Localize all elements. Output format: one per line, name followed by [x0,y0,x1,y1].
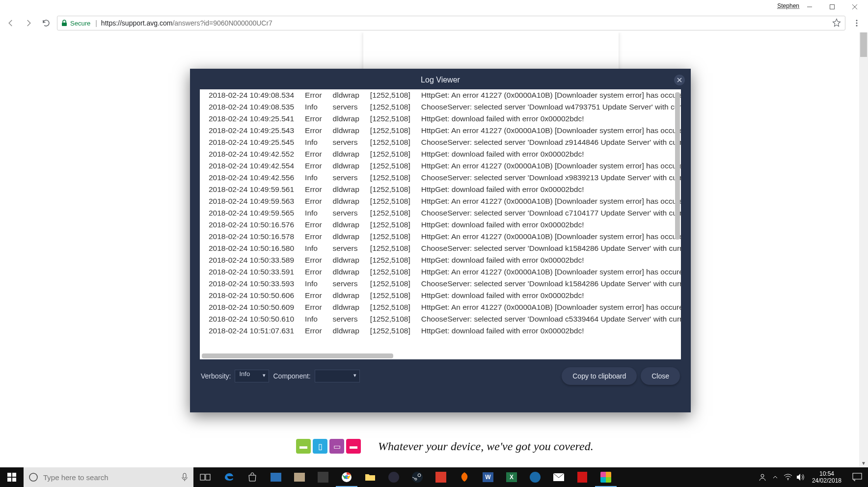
log-row[interactable]: 2018-02-24 10:50:50.606Errordldwrap[1252… [200,290,681,301]
log-row[interactable]: 2018-02-24 10:49:25.545Infoservers[1252,… [200,136,681,148]
device-icons: ▬ ▯ ▭ ▬ [296,439,361,454]
window-close-button[interactable] [843,0,866,14]
log-row[interactable]: 2018-02-24 10:51:07.631Errordldwrap[1252… [200,325,681,337]
log-row[interactable]: 2018-02-24 10:49:42.556Infoservers[1252,… [200,172,681,184]
app-icon-4[interactable] [382,467,406,487]
svg-point-20 [787,479,788,480]
avg-taskbar-icon[interactable] [594,467,618,487]
app-icon-1[interactable] [264,467,288,487]
window-minimize-button[interactable] [798,0,821,14]
modal-controls: Verbosity: Info Component: Copy to clipb… [190,359,691,393]
log-row[interactable]: 2018-02-24 10:49:59.561Errordldwrap[1252… [200,184,681,195]
file-explorer-icon[interactable] [358,467,382,487]
log-cell-comp: dldwrap [333,113,370,125]
log-row[interactable]: 2018-02-24 10:50:16.578Errordldwrap[1252… [200,231,681,243]
svg-rect-1 [62,23,67,26]
chrome-taskbar-icon[interactable] [335,467,358,487]
log-row[interactable]: 2018-02-24 10:50:16.580Infoservers[1252,… [200,243,681,254]
steam-icon[interactable] [406,467,429,487]
action-center-icon[interactable] [846,473,868,482]
scroll-down-arrow[interactable]: ▼ [859,459,868,467]
copy-to-clipboard-button[interactable]: Copy to clipboard [562,367,637,385]
log-row[interactable]: 2018-02-24 10:50:33.589Errordldwrap[1252… [200,254,681,266]
bookmark-star-icon[interactable] [832,18,841,28]
log-cell-thr: [1252,5108] [370,219,421,231]
log-cell-lvl: Error [305,290,332,301]
log-cell-comp: dldwrap [333,290,370,301]
log-horizontal-scroll-thumb[interactable] [202,353,393,358]
mic-icon[interactable] [176,473,193,482]
log-cell-thr: [1252,5108] [370,160,421,172]
log-row[interactable]: 2018-02-24 10:50:16.576Errordldwrap[1252… [200,219,681,231]
log-row[interactable]: 2018-02-24 10:49:42.552Errordldwrap[1252… [200,148,681,160]
taskbar-clock[interactable]: 10:54 24/02/2018 [807,470,846,484]
nav-reload-button[interactable] [39,16,53,30]
log-cell-lvl: Info [305,172,332,184]
start-button[interactable] [0,467,24,487]
log-cell-msg: HttpGet: download failed with error 0x00… [421,184,681,195]
log-cell-thr: [1252,5108] [370,325,421,337]
log-cell-comp: servers [333,278,370,290]
svg-point-19 [761,474,764,477]
taskbar-search[interactable] [24,467,193,487]
log-row[interactable]: 2018-02-24 10:50:50.610Infoservers[1252,… [200,313,681,325]
component-label: Component: [273,372,310,380]
chrome-user-label[interactable]: Stephen [777,2,799,9]
log-cell-msg: ChooseServer: selected server 'Download … [421,207,681,219]
log-pane[interactable]: 2018-02-24 10:49:08.534Errordldwrap[1252… [200,89,681,359]
nav-forward-button[interactable] [22,16,35,30]
page-scroll-thumb[interactable] [860,32,867,57]
store-icon[interactable] [241,467,264,487]
chrome-menu-button[interactable] [849,16,864,30]
log-cell-msg: HttpGet: An error 41227 (0x0000A10B) [Do… [421,195,681,207]
task-view-icon[interactable] [193,467,217,487]
omnibox[interactable]: Secure | https://support.avg.com/answers… [57,16,845,30]
log-row[interactable]: 2018-02-24 10:49:08.535Infoservers[1252,… [200,101,681,113]
close-label: Close [651,372,669,380]
app-icon-7[interactable] [570,467,594,487]
log-row[interactable]: 2018-02-24 10:49:25.543Errordldwrap[1252… [200,125,681,136]
log-row[interactable]: 2018-02-24 10:49:08.534Errordldwrap[1252… [200,89,681,101]
verbosity-select[interactable]: Info [235,370,269,382]
log-row[interactable]: 2018-02-24 10:50:33.593Infoservers[1252,… [200,278,681,290]
app-icon-3[interactable] [311,467,335,487]
app-icon-6[interactable] [523,467,547,487]
modal-close-button[interactable] [674,75,685,85]
log-cell-comp: dldwrap [333,195,370,207]
mail-icon[interactable] [547,467,570,487]
volume-icon[interactable] [794,473,807,481]
log-vertical-scroll-thumb[interactable] [675,92,680,240]
log-row[interactable]: 2018-02-24 10:49:59.563Errordldwrap[1252… [200,195,681,207]
taskbar-search-input[interactable] [43,473,176,482]
origin-icon[interactable] [453,467,476,487]
log-cell-comp: dldwrap [333,89,370,101]
app-icon-5[interactable] [429,467,453,487]
log-row[interactable]: 2018-02-24 10:49:59.565Infoservers[1252,… [200,207,681,219]
log-cell-msg: ChooseServer: selected server 'Download … [421,278,681,290]
nav-back-button[interactable] [4,16,18,30]
log-cell-comp: dldwrap [333,325,370,337]
app-icon-2[interactable] [288,467,311,487]
log-row[interactable]: 2018-02-24 10:49:42.554Errordldwrap[1252… [200,160,681,172]
people-icon[interactable] [756,473,769,482]
word-icon[interactable]: W [476,467,500,487]
component-select[interactable] [315,370,360,382]
log-row[interactable]: 2018-02-24 10:49:25.541Errordldwrap[1252… [200,113,681,125]
window-maximize-button[interactable] [821,0,843,14]
excel-icon[interactable]: X [500,467,523,487]
log-row[interactable]: 2018-02-24 10:50:33.591Errordldwrap[1252… [200,266,681,278]
wifi-icon[interactable] [782,474,794,481]
log-cell-thr: [1252,5108] [370,207,421,219]
log-row[interactable]: 2018-02-24 10:50:50.609Errordldwrap[1252… [200,301,681,313]
log-cell-ts: 2018-02-24 10:49:59.563 [200,195,305,207]
cortana-icon[interactable] [24,472,43,482]
tray-chevron-icon[interactable] [769,474,782,480]
svg-rect-11 [200,474,205,480]
close-button[interactable]: Close [641,367,680,385]
page-scrollbar[interactable]: ▲ ▼ [859,32,868,467]
log-cell-lvl: Error [305,184,332,195]
edge-icon[interactable] [217,467,241,487]
omnibox-host: https://support.avg.com [101,19,173,27]
svg-rect-8 [12,478,16,482]
log-cell-ts: 2018-02-24 10:50:33.593 [200,278,305,290]
